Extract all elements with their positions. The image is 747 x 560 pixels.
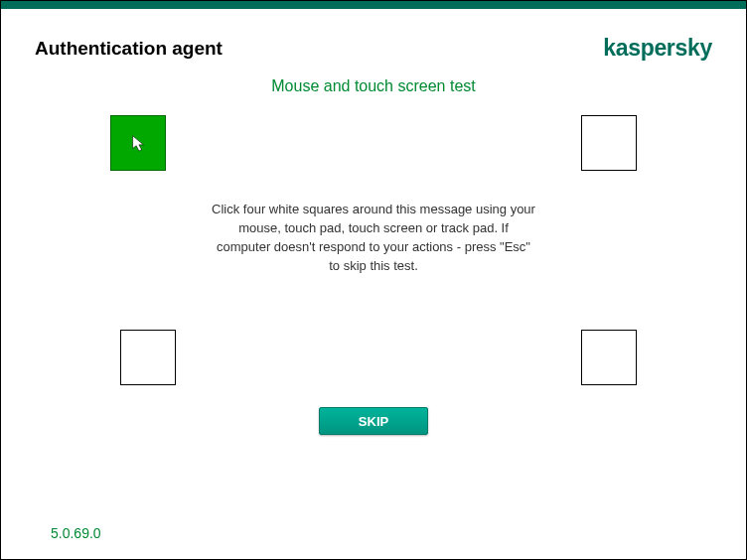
page-subtitle: Mouse and touch screen test xyxy=(1,77,746,95)
app-title: Authentication agent xyxy=(35,38,223,60)
brand-logo: kaspersky xyxy=(603,35,712,62)
test-square-bottom-right[interactable] xyxy=(581,330,637,385)
window-top-bar xyxy=(1,1,746,9)
header: Authentication agent kaspersky xyxy=(1,9,746,62)
test-square-top-left[interactable] xyxy=(110,115,166,171)
skip-button[interactable]: SKIP xyxy=(319,407,428,435)
version-label: 5.0.69.0 xyxy=(51,525,101,541)
test-area: Click four white squares around this mes… xyxy=(1,101,746,399)
cursor-icon xyxy=(129,134,147,152)
instruction-text: Click four white squares around this mes… xyxy=(195,201,552,275)
test-square-top-right[interactable] xyxy=(581,115,637,171)
test-square-bottom-left[interactable] xyxy=(120,330,176,385)
